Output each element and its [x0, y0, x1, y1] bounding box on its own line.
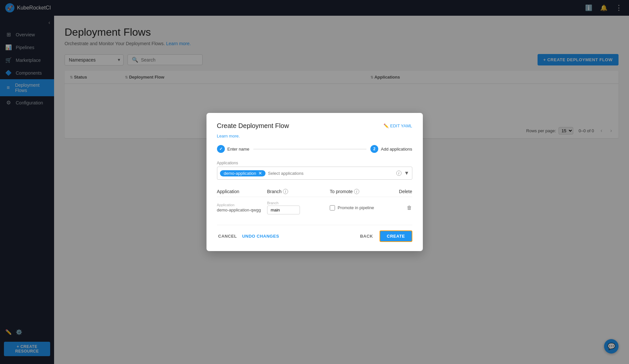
undo-changes-button[interactable]: UNDO CHANGES [238, 231, 283, 241]
promote-info-icon: i [354, 189, 359, 194]
step-enter-name-circle: ✓ [217, 145, 225, 153]
app-chip-remove-btn[interactable]: ✕ [258, 171, 262, 175]
app-cell-label: Application [217, 203, 267, 207]
promote-checkbox[interactable] [330, 205, 335, 210]
back-button[interactable]: BACK [356, 231, 377, 241]
applications-field: demo-application ✕ i ▼ [217, 167, 412, 180]
create-button[interactable]: CREATE [380, 230, 412, 242]
branch-select-wrap: main [267, 206, 330, 214]
app-row-branch-cell: Branch main [267, 201, 330, 214]
col-application: Application [217, 189, 267, 194]
step-add-applications-label: Add applications [381, 147, 412, 152]
applications-field-label: Applications [217, 161, 412, 165]
app-chip-label: demo-application [224, 171, 256, 176]
dialog-header: Create Deployment Flow ✏️ EDIT YAML [217, 122, 412, 130]
field-dropdown-icon[interactable]: ▼ [404, 170, 409, 176]
app-cell-value: demo-application-qwgg [217, 208, 267, 212]
steps-row: ✓ Enter name 2 Add applications [217, 145, 412, 153]
edit-yaml-pencil-icon: ✏️ [383, 123, 389, 128]
step-add-applications-circle: 2 [370, 145, 378, 153]
footer-right: BACK CREATE [356, 230, 412, 242]
branch-select[interactable]: main [267, 206, 300, 214]
app-row-promote-cell: Promote in pipeline [330, 205, 392, 210]
dialog-title: Create Deployment Flow [217, 122, 289, 130]
col-to-promote: To promote i [330, 189, 392, 194]
modal-overlay: Create Deployment Flow ✏️ EDIT YAML Lear… [0, 0, 629, 364]
step-divider [253, 149, 366, 149]
cancel-button[interactable]: CANCEL [217, 231, 238, 241]
edit-yaml-button[interactable]: ✏️ EDIT YAML [383, 123, 412, 128]
step-add-applications: 2 Add applications [370, 145, 412, 153]
app-table-header: Application Branch i To promote i Delete [217, 186, 412, 197]
col-branch: Branch i [267, 189, 330, 194]
delete-row-button[interactable]: 🗑 [407, 205, 412, 211]
app-row-delete-cell: 🗑 [392, 205, 412, 211]
create-deployment-flow-dialog: Create Deployment Flow ✏️ EDIT YAML Lear… [206, 113, 423, 251]
field-info-icon: i [396, 171, 402, 176]
dialog-learn-more-link[interactable]: Learn more. [217, 134, 412, 138]
field-actions: i ▼ [396, 170, 409, 176]
step-enter-name-label: Enter name [227, 147, 249, 152]
applications-input[interactable] [268, 171, 394, 176]
app-table-row: Application demo-application-qwgg Branch… [217, 198, 412, 217]
promote-label: Promote in pipeline [338, 205, 374, 210]
selected-app-chip: demo-application ✕ [220, 170, 265, 176]
branch-cell-label: Branch [267, 201, 330, 205]
dialog-footer: CANCEL UNDO CHANGES BACK CREATE [217, 225, 412, 242]
branch-info-icon: i [283, 189, 288, 194]
step-enter-name: ✓ Enter name [217, 145, 249, 153]
col-delete: Delete [392, 189, 412, 194]
app-row-app-cell: Application demo-application-qwgg [217, 203, 267, 212]
